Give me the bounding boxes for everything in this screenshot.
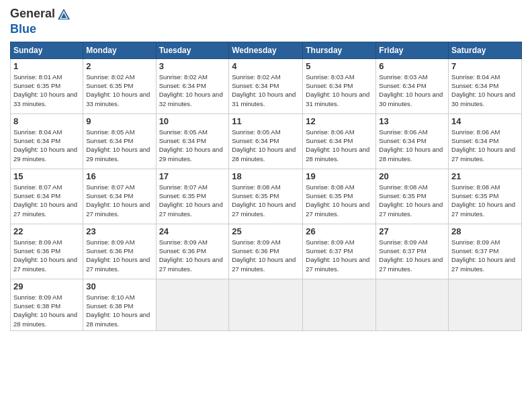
day-of-week-header: Friday: [376, 42, 449, 58]
day-info: Sunrise: 8:04 AMSunset: 6:34 PMDaylight:…: [13, 128, 80, 163]
day-info: Sunrise: 8:03 AMSunset: 6:34 PMDaylight:…: [306, 73, 373, 108]
day-number: 3: [159, 61, 226, 71]
day-info: Sunrise: 8:10 AMSunset: 6:38 PMDaylight:…: [86, 293, 152, 328]
day-info: Sunrise: 8:01 AMSunset: 6:35 PMDaylight:…: [13, 73, 80, 108]
calendar-cell: 21Sunrise: 8:08 AMSunset: 6:35 PMDayligh…: [449, 169, 522, 224]
calendar-week-row: 15Sunrise: 8:07 AMSunset: 6:34 PMDayligh…: [11, 169, 522, 224]
calendar-cell: 7Sunrise: 8:04 AMSunset: 6:34 PMDaylight…: [449, 58, 522, 113]
day-info: Sunrise: 8:06 AMSunset: 6:34 PMDaylight:…: [451, 128, 519, 163]
day-info: Sunrise: 8:05 AMSunset: 6:34 PMDaylight:…: [159, 128, 226, 163]
day-info: Sunrise: 8:09 AMSunset: 6:37 PMDaylight:…: [306, 238, 373, 273]
calendar-cell: 13Sunrise: 8:06 AMSunset: 6:34 PMDayligh…: [376, 113, 449, 169]
calendar-cell: [229, 279, 303, 330]
day-info: Sunrise: 8:02 AMSunset: 6:34 PMDaylight:…: [159, 73, 226, 108]
day-number: 25: [232, 226, 300, 236]
day-number: 1: [13, 61, 80, 71]
calendar-cell: 12Sunrise: 8:06 AMSunset: 6:34 PMDayligh…: [303, 113, 376, 169]
day-number: 20: [379, 171, 445, 181]
day-info: Sunrise: 8:09 AMSunset: 6:37 PMDaylight:…: [379, 238, 445, 273]
calendar-cell: 8Sunrise: 8:04 AMSunset: 6:34 PMDaylight…: [11, 113, 83, 169]
day-number: 19: [306, 171, 373, 181]
calendar-week-row: 1Sunrise: 8:01 AMSunset: 6:35 PMDaylight…: [11, 58, 522, 113]
calendar-cell: 3Sunrise: 8:02 AMSunset: 6:34 PMDaylight…: [156, 58, 229, 113]
day-number: 2: [86, 61, 152, 71]
calendar-cell: 16Sunrise: 8:07 AMSunset: 6:34 PMDayligh…: [83, 169, 156, 224]
calendar-cell: 10Sunrise: 8:05 AMSunset: 6:34 PMDayligh…: [156, 113, 229, 169]
calendar-header-row: SundayMondayTuesdayWednesdayThursdayFrid…: [11, 42, 522, 58]
logo-icon: [56, 7, 71, 22]
day-info: Sunrise: 8:05 AMSunset: 6:34 PMDaylight:…: [86, 128, 152, 163]
calendar-cell: 30Sunrise: 8:10 AMSunset: 6:38 PMDayligh…: [83, 279, 156, 330]
calendar-cell: 6Sunrise: 8:03 AMSunset: 6:34 PMDaylight…: [376, 58, 449, 113]
day-number: 4: [232, 61, 300, 71]
day-of-week-header: Wednesday: [229, 42, 303, 58]
day-info: Sunrise: 8:09 AMSunset: 6:36 PMDaylight:…: [232, 238, 300, 273]
calendar-cell: 2Sunrise: 8:02 AMSunset: 6:35 PMDaylight…: [83, 58, 156, 113]
calendar-cell: 24Sunrise: 8:09 AMSunset: 6:36 PMDayligh…: [156, 224, 229, 279]
day-number: 11: [232, 116, 300, 126]
day-number: 6: [379, 61, 445, 71]
calendar-cell: 27Sunrise: 8:09 AMSunset: 6:37 PMDayligh…: [376, 224, 449, 279]
calendar-week-row: 22Sunrise: 8:09 AMSunset: 6:36 PMDayligh…: [11, 224, 522, 279]
day-number: 12: [306, 116, 373, 126]
day-info: Sunrise: 8:08 AMSunset: 6:35 PMDaylight:…: [379, 183, 445, 218]
day-info: Sunrise: 8:02 AMSunset: 6:35 PMDaylight:…: [86, 73, 152, 108]
day-number: 23: [86, 226, 152, 236]
day-number: 28: [451, 226, 519, 236]
day-info: Sunrise: 8:08 AMSunset: 6:35 PMDaylight:…: [306, 183, 373, 218]
calendar-cell: 17Sunrise: 8:07 AMSunset: 6:35 PMDayligh…: [156, 169, 229, 224]
day-info: Sunrise: 8:06 AMSunset: 6:34 PMDaylight:…: [379, 128, 445, 163]
logo: General Blue: [10, 7, 73, 36]
day-number: 16: [86, 171, 152, 181]
day-info: Sunrise: 8:09 AMSunset: 6:36 PMDaylight:…: [159, 238, 226, 273]
day-number: 10: [159, 116, 226, 126]
day-number: 26: [306, 226, 373, 236]
day-number: 24: [159, 226, 226, 236]
calendar-cell: 26Sunrise: 8:09 AMSunset: 6:37 PMDayligh…: [303, 224, 376, 279]
day-info: Sunrise: 8:06 AMSunset: 6:34 PMDaylight:…: [306, 128, 373, 163]
calendar-cell: 19Sunrise: 8:08 AMSunset: 6:35 PMDayligh…: [303, 169, 376, 224]
day-number: 18: [232, 171, 300, 181]
calendar-cell: 20Sunrise: 8:08 AMSunset: 6:35 PMDayligh…: [376, 169, 449, 224]
calendar-cell: 11Sunrise: 8:05 AMSunset: 6:34 PMDayligh…: [229, 113, 303, 169]
day-info: Sunrise: 8:09 AMSunset: 6:36 PMDaylight:…: [13, 238, 80, 273]
day-number: 21: [451, 171, 519, 181]
day-number: 29: [13, 281, 80, 291]
calendar-cell: 28Sunrise: 8:09 AMSunset: 6:37 PMDayligh…: [449, 224, 522, 279]
day-number: 30: [86, 281, 152, 291]
calendar-table: SundayMondayTuesdayWednesdayThursdayFrid…: [10, 42, 522, 331]
day-info: Sunrise: 8:08 AMSunset: 6:35 PMDaylight:…: [451, 183, 519, 218]
day-of-week-header: Thursday: [303, 42, 376, 58]
calendar-cell: 29Sunrise: 8:09 AMSunset: 6:38 PMDayligh…: [11, 279, 83, 330]
day-of-week-header: Monday: [83, 42, 156, 58]
day-info: Sunrise: 8:02 AMSunset: 6:34 PMDaylight:…: [232, 73, 300, 108]
logo-blue: Blue: [10, 22, 36, 36]
day-of-week-header: Saturday: [449, 42, 522, 58]
day-info: Sunrise: 8:08 AMSunset: 6:35 PMDaylight:…: [232, 183, 300, 218]
day-info: Sunrise: 8:03 AMSunset: 6:34 PMDaylight:…: [379, 73, 445, 108]
calendar-cell: [156, 279, 229, 330]
day-number: 5: [306, 61, 373, 71]
day-info: Sunrise: 8:05 AMSunset: 6:34 PMDaylight:…: [232, 128, 300, 163]
calendar-week-row: 29Sunrise: 8:09 AMSunset: 6:38 PMDayligh…: [11, 279, 522, 330]
logo-text: General Blue: [10, 7, 73, 36]
day-number: 15: [13, 171, 80, 181]
calendar-cell: 14Sunrise: 8:06 AMSunset: 6:34 PMDayligh…: [449, 113, 522, 169]
day-info: Sunrise: 8:07 AMSunset: 6:35 PMDaylight:…: [159, 183, 226, 218]
day-number: 7: [451, 61, 519, 71]
day-info: Sunrise: 8:04 AMSunset: 6:34 PMDaylight:…: [451, 73, 519, 108]
calendar-cell: [303, 279, 376, 330]
logo-general: General: [10, 7, 55, 20]
calendar-week-row: 8Sunrise: 8:04 AMSunset: 6:34 PMDaylight…: [11, 113, 522, 169]
calendar-cell: 22Sunrise: 8:09 AMSunset: 6:36 PMDayligh…: [11, 224, 83, 279]
day-info: Sunrise: 8:09 AMSunset: 6:36 PMDaylight:…: [86, 238, 152, 273]
day-of-week-header: Sunday: [11, 42, 83, 58]
day-number: 27: [379, 226, 445, 236]
calendar-cell: 1Sunrise: 8:01 AMSunset: 6:35 PMDaylight…: [11, 58, 83, 113]
day-number: 13: [379, 116, 445, 126]
header: General Blue: [10, 7, 522, 36]
calendar-cell: 23Sunrise: 8:09 AMSunset: 6:36 PMDayligh…: [83, 224, 156, 279]
calendar-cell: 25Sunrise: 8:09 AMSunset: 6:36 PMDayligh…: [229, 224, 303, 279]
calendar-cell: 5Sunrise: 8:03 AMSunset: 6:34 PMDaylight…: [303, 58, 376, 113]
calendar-cell: 4Sunrise: 8:02 AMSunset: 6:34 PMDaylight…: [229, 58, 303, 113]
